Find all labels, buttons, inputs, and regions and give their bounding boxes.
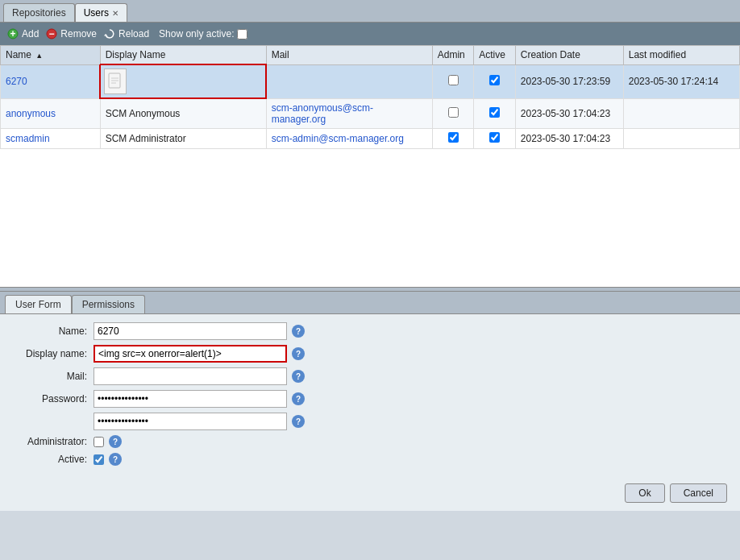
table-row[interactable]: anonymous SCM Anonymous scm-anonymous@sc…: [1, 98, 740, 128]
cell-display-name: SCM Administrator: [100, 128, 266, 148]
password-confirm-input[interactable]: [94, 413, 287, 430]
tab-repositories-label: Repositories: [12, 7, 66, 19]
sort-arrow-icon: ▲: [35, 52, 43, 60]
remove-button[interactable]: − Remove: [45, 27, 97, 40]
tab-repositories[interactable]: Repositories: [3, 3, 75, 22]
cell-creation-date: 2023-05-30 17:04:23: [515, 98, 623, 128]
ok-button[interactable]: Ok: [625, 483, 664, 503]
active-help-icon[interactable]: ?: [109, 453, 122, 466]
user-form: Name: ? Display name: ? Mail: ? Password…: [0, 314, 740, 479]
cell-last-modified: [623, 98, 739, 128]
password-label: Password:: [13, 393, 94, 404]
table-row[interactable]: scmadmin SCM Administrator scm-admin@scm…: [1, 128, 740, 148]
col-header-display-name[interactable]: Display Name: [100, 46, 266, 65]
mail-input[interactable]: [94, 367, 287, 385]
user-name-link[interactable]: anonymous: [6, 108, 56, 119]
reload-icon: [103, 27, 116, 40]
col-name-label: Name: [6, 49, 31, 60]
show-only-active-checkbox[interactable]: [237, 29, 247, 39]
add-label: Add: [22, 28, 39, 39]
col-header-mail[interactable]: Mail: [266, 46, 432, 65]
col-header-active[interactable]: Active: [474, 46, 516, 65]
users-table-wrapper: Name ▲ Display Name Mail Admin Active Cr…: [0, 45, 740, 287]
tab-users-label: Users: [84, 7, 109, 19]
mail-help-icon[interactable]: ?: [292, 370, 305, 383]
mail-label: Mail:: [13, 371, 94, 382]
remove-label: Remove: [60, 28, 97, 39]
cell-mail: [266, 64, 432, 98]
user-name-link[interactable]: scmadmin: [6, 133, 50, 144]
active-label: Active:: [13, 454, 94, 465]
svg-marker-4: [104, 34, 108, 36]
cell-last-modified: 2023-05-30 17:24:14: [623, 64, 739, 98]
password-confirm-help-icon[interactable]: ?: [292, 415, 305, 428]
administrator-checkbox[interactable]: [94, 437, 104, 447]
col-header-last-modified[interactable]: Last modified: [623, 46, 739, 65]
tab-user-form[interactable]: User Form: [5, 295, 72, 313]
cell-mail: scm-admin@scm-manager.org: [266, 128, 432, 148]
tab-permissions-label: Permissions: [82, 299, 135, 310]
form-row-mail: Mail: ?: [13, 367, 727, 385]
cell-admin: [432, 64, 474, 98]
tab-permissions[interactable]: Permissions: [72, 295, 145, 313]
cell-admin: [432, 98, 474, 128]
reload-button[interactable]: Reload: [103, 27, 149, 40]
remove-icon: −: [45, 27, 58, 40]
password-help-icon[interactable]: ?: [292, 392, 305, 405]
col-creation-date-label: Creation Date: [521, 49, 580, 60]
user-name-link[interactable]: 6270: [6, 76, 27, 87]
file-icon: [104, 68, 127, 94]
form-row-name: Name: ?: [13, 322, 727, 340]
form-row-display-name: Display name: ?: [13, 345, 727, 363]
show-only-active-container: Show only active:: [159, 28, 247, 39]
table-header-row: Name ▲ Display Name Mail Admin Active Cr…: [1, 46, 740, 65]
cell-mail: scm-anonymous@scm-manager.org: [266, 98, 432, 128]
cell-last-modified: [623, 128, 739, 148]
name-help-icon[interactable]: ?: [292, 325, 305, 338]
admin-checkbox[interactable]: [448, 107, 459, 118]
administrator-help-icon[interactable]: ?: [109, 435, 122, 448]
form-row-administrator: Administrator: ?: [13, 435, 727, 448]
cancel-button[interactable]: Cancel: [670, 483, 727, 503]
add-icon: +: [6, 27, 19, 40]
display-name-label: Display name:: [13, 348, 94, 359]
form-row-password: Password: ?: [13, 390, 727, 408]
mail-link[interactable]: scm-admin@scm-manager.org: [272, 133, 404, 144]
cell-display-name: [100, 64, 266, 98]
form-buttons: Ok Cancel: [0, 479, 740, 511]
name-input[interactable]: [94, 322, 287, 340]
col-display-name-label: Display Name: [106, 49, 166, 60]
active-checkbox[interactable]: [489, 75, 500, 85]
col-active-label: Active: [479, 49, 505, 60]
active-form-checkbox[interactable]: [94, 454, 104, 465]
cell-name[interactable]: scmadmin: [1, 128, 101, 148]
mail-link[interactable]: scm-anonymous@scm-manager.org: [272, 102, 373, 125]
cell-active: [474, 64, 516, 98]
administrator-label: Administrator:: [13, 436, 94, 447]
admin-checkbox[interactable]: [448, 132, 459, 143]
admin-checkbox[interactable]: [448, 75, 459, 85]
tab-users[interactable]: Users ✕: [75, 3, 127, 22]
active-checkbox[interactable]: [489, 132, 500, 143]
cell-active: [474, 98, 516, 128]
toolbar: + Add − Remove Reload Show only active:: [0, 23, 740, 45]
cell-active: [474, 128, 516, 148]
reload-label: Reload: [118, 28, 149, 39]
cell-name[interactable]: anonymous: [1, 98, 101, 128]
cell-name[interactable]: 6270: [1, 64, 101, 98]
col-header-creation-date[interactable]: Creation Date: [515, 46, 623, 65]
bottom-tab-bar: User Form Permissions: [0, 292, 740, 314]
close-icon[interactable]: ✕: [112, 9, 118, 18]
cell-display-name: SCM Anonymous: [100, 98, 266, 128]
display-name-input[interactable]: [94, 345, 287, 363]
display-name-help-icon[interactable]: ?: [292, 347, 305, 360]
password-input[interactable]: [94, 390, 287, 408]
add-button[interactable]: + Add: [6, 27, 39, 40]
col-header-name[interactable]: Name ▲: [1, 46, 101, 65]
col-header-admin[interactable]: Admin: [432, 46, 474, 65]
table-row[interactable]: 6270: [1, 64, 740, 98]
cell-admin: [432, 128, 474, 148]
col-last-modified-label: Last modified: [629, 49, 686, 60]
col-mail-label: Mail: [272, 49, 289, 60]
active-checkbox[interactable]: [489, 107, 500, 118]
